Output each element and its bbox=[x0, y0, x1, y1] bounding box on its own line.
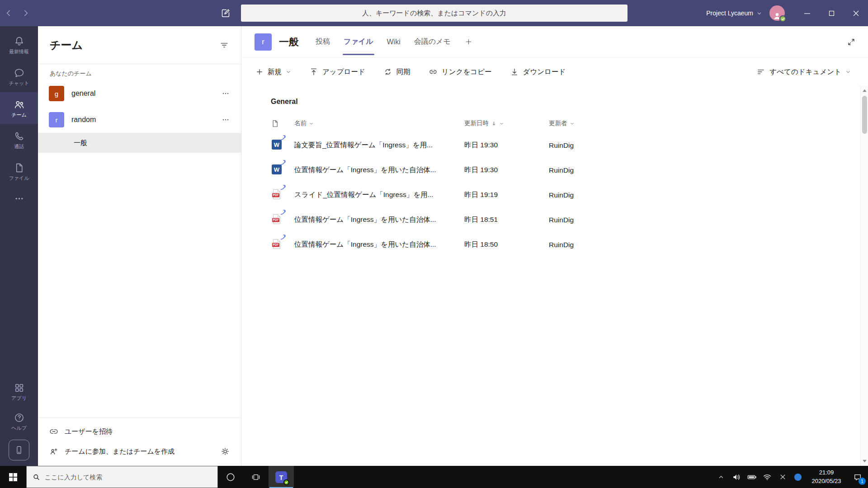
file-modified: 昨日 19:19 bbox=[464, 190, 549, 200]
org-name: Project Lycaeum bbox=[706, 9, 753, 17]
forward-icon bbox=[21, 9, 30, 18]
manage-teams-gear-button[interactable] bbox=[220, 446, 230, 456]
rail-item-chat[interactable]: チャット bbox=[0, 61, 38, 92]
chevron-down-icon bbox=[309, 121, 314, 126]
windows-taskbar: T bbox=[0, 466, 868, 488]
scroll-up-icon[interactable] bbox=[862, 88, 867, 93]
file-modified: 昨日 18:50 bbox=[464, 240, 549, 249]
app-rail-bottom: アプリ ヘルプ bbox=[0, 376, 38, 466]
file-row[interactable]: PDF 位置情報ゲーム「Ingress」を用いた自治体... 昨日 18:51 … bbox=[260, 207, 848, 232]
action-center-button[interactable]: 1 bbox=[847, 466, 868, 488]
invite-link-icon bbox=[49, 427, 59, 436]
command-search-bar[interactable]: 人、キーワードの検索、またはコマンドの入力 bbox=[241, 5, 627, 22]
filter-button[interactable] bbox=[219, 40, 229, 50]
minimize-button[interactable] bbox=[795, 0, 819, 26]
volume-icon bbox=[732, 473, 741, 482]
file-name[interactable]: 論文要旨_位置情報ゲーム「Ingress」を用... bbox=[294, 141, 464, 150]
files-list: General 名前 更新日時 更新者 bbox=[242, 98, 868, 257]
phone-icon bbox=[14, 131, 25, 142]
taskbar-search-input[interactable] bbox=[45, 474, 212, 481]
file-name[interactable]: 位置情報ゲーム「Ingress」を用いた自治体... bbox=[294, 240, 464, 249]
task-view-icon bbox=[251, 473, 260, 482]
word-file-icon: W bbox=[271, 139, 283, 150]
task-view-button[interactable] bbox=[243, 466, 269, 488]
file-row[interactable]: W 論文要旨_位置情報ゲーム「Ingress」を用... 昨日 19:30 Ru… bbox=[260, 133, 848, 158]
sort-descending-icon bbox=[491, 121, 497, 127]
add-tab-button[interactable] bbox=[458, 26, 480, 58]
rail-item-files[interactable]: ファイル bbox=[0, 155, 38, 187]
sync-button[interactable]: 同期 bbox=[383, 67, 410, 77]
upload-button[interactable]: アップロード bbox=[309, 67, 365, 77]
tray-x-button[interactable] bbox=[775, 466, 790, 488]
tab-meeting-notes[interactable]: 会議のメモ bbox=[407, 26, 458, 58]
join-create-team-button[interactable]: チームに参加、またはチームを作成 bbox=[38, 441, 241, 461]
forward-button[interactable] bbox=[17, 0, 34, 26]
upload-icon bbox=[309, 67, 318, 76]
modified-column-header[interactable]: 更新日時 bbox=[464, 119, 549, 127]
tray-app-button[interactable] bbox=[790, 466, 806, 488]
battery-button[interactable] bbox=[744, 466, 760, 488]
command-search-placeholder: 人、キーワードの検索、またはコマンドの入力 bbox=[362, 9, 506, 18]
new-chat-button[interactable] bbox=[215, 0, 236, 26]
file-row[interactable]: PDF 位置情報ゲーム「Ingress」を用いた自治体... 昨日 18:50 … bbox=[260, 232, 848, 257]
file-type-column-header[interactable] bbox=[271, 119, 294, 128]
scroll-down-icon[interactable] bbox=[862, 459, 867, 464]
author-column-header[interactable]: 更新者 bbox=[549, 119, 848, 127]
file-name[interactable]: 位置情報ゲーム「Ingress」を用いた自治体... bbox=[294, 165, 464, 175]
tray-overflow-button[interactable] bbox=[713, 466, 729, 488]
tab-files[interactable]: ファイル bbox=[337, 26, 380, 58]
team-more-button[interactable] bbox=[219, 87, 232, 100]
taskbar-clock[interactable]: 21:09 2020/05/23 bbox=[806, 466, 847, 488]
windows-logo-icon bbox=[9, 473, 17, 481]
svg-text:W: W bbox=[274, 166, 280, 173]
back-button[interactable] bbox=[0, 0, 17, 26]
download-button[interactable]: ダウンロード bbox=[510, 67, 566, 77]
team-row-general[interactable]: g general bbox=[38, 80, 241, 107]
filter-icon bbox=[219, 40, 229, 50]
file-row[interactable]: PDF スライド_位置情報ゲーム「Ingress」を用... 昨日 19:19 … bbox=[260, 183, 848, 207]
vertical-scrollbar[interactable] bbox=[860, 86, 868, 466]
invite-users-button[interactable]: ユーザーを招待 bbox=[38, 422, 241, 441]
teams-app-window: 人、キーワードの検索、またはコマンドの入力 Project Lycaeum bbox=[0, 0, 868, 488]
file-name[interactable]: 位置情報ゲーム「Ingress」を用いた自治体... bbox=[294, 215, 464, 225]
taskbar-search-box[interactable] bbox=[26, 466, 218, 488]
rail-item-help[interactable]: ヘルプ bbox=[0, 406, 38, 436]
document-view-selector[interactable]: すべてのドキュメント bbox=[756, 67, 851, 77]
rail-item-more[interactable] bbox=[0, 187, 38, 210]
tab-posts[interactable]: 投稿 bbox=[309, 26, 337, 58]
team-avatar-random: r bbox=[49, 112, 64, 127]
new-file-button[interactable]: 新規 bbox=[255, 67, 291, 77]
volume-button[interactable] bbox=[729, 466, 744, 488]
channel-row-general[interactable]: 一般 bbox=[38, 133, 241, 153]
file-modified: 昨日 18:51 bbox=[464, 215, 549, 225]
sync-icon bbox=[383, 67, 392, 76]
pdf-file-icon: PDF bbox=[271, 188, 283, 200]
rail-item-apps[interactable]: アプリ bbox=[0, 376, 38, 406]
rail-item-teams[interactable]: チーム bbox=[0, 92, 38, 124]
file-modified: 昨日 19:30 bbox=[464, 165, 549, 175]
scrollbar-thumb[interactable] bbox=[862, 96, 867, 134]
copy-link-button[interactable]: リンクをコピー bbox=[429, 67, 492, 77]
apps-icon bbox=[14, 382, 25, 394]
your-teams-label: あなたのチーム bbox=[38, 64, 241, 80]
mobile-app-button[interactable] bbox=[9, 440, 29, 460]
file-name[interactable]: スライド_位置情報ゲーム「Ingress」を用... bbox=[294, 190, 464, 200]
expand-tab-button[interactable] bbox=[846, 37, 856, 47]
wifi-button[interactable] bbox=[760, 466, 775, 488]
maximize-button[interactable] bbox=[819, 0, 844, 26]
teams-taskbar-button[interactable]: T bbox=[269, 466, 294, 488]
file-row[interactable]: W 位置情報ゲーム「Ingress」を用いた自治体... 昨日 19:30 Ru… bbox=[260, 158, 848, 183]
avatar[interactable] bbox=[769, 5, 785, 21]
rail-item-calls[interactable]: 通話 bbox=[0, 124, 38, 155]
sidebar-title: チーム bbox=[50, 38, 83, 52]
name-column-header[interactable]: 名前 bbox=[294, 119, 464, 127]
team-row-random[interactable]: r random bbox=[38, 107, 241, 133]
chevron-down-icon bbox=[756, 10, 762, 16]
org-switcher[interactable]: Project Lycaeum bbox=[706, 9, 762, 17]
tab-wiki[interactable]: Wiki bbox=[380, 26, 407, 58]
close-button[interactable] bbox=[844, 0, 868, 26]
cortana-button[interactable] bbox=[218, 466, 243, 488]
team-more-button[interactable] bbox=[219, 113, 232, 126]
rail-item-activity[interactable]: 最新情報 bbox=[0, 29, 38, 61]
start-button[interactable] bbox=[0, 466, 26, 488]
